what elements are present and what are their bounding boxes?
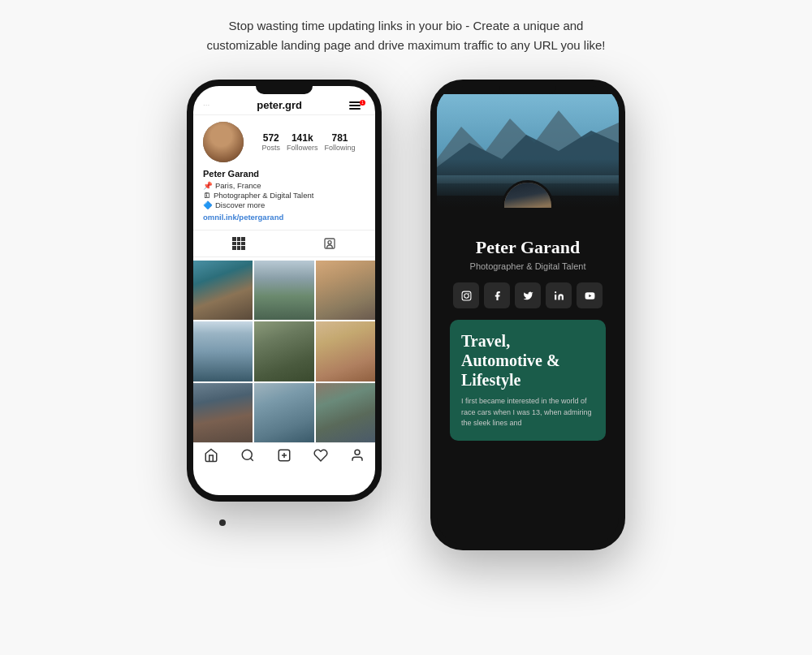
ig-photo-1	[193, 261, 253, 320]
social-youtube[interactable]	[577, 282, 603, 308]
ig-bio-discover: 🔷Discover more	[203, 200, 365, 209]
social-twitter[interactable]	[515, 282, 541, 308]
ig-tabs	[193, 230, 375, 257]
ig-photo-5	[254, 321, 313, 381]
ig-bio-link[interactable]: omnil.ink/petergarand	[203, 213, 365, 222]
landing-phone: Peter Garand Photographer & Digital Tale…	[430, 80, 625, 550]
rp-card: Travel, Automotive & Lifestyle I first b…	[450, 320, 606, 441]
ig-avatar	[203, 122, 244, 162]
rp-subtitle: Photographer & Digital Talent	[450, 261, 606, 271]
rp-avatar-wrap	[502, 180, 554, 208]
ig-nav-home[interactable]	[193, 448, 230, 463]
ig-stats: 572 Posts 141k Followers 781 Following	[252, 132, 365, 152]
svg-point-7	[355, 450, 360, 455]
social-linkedin[interactable]	[546, 282, 572, 308]
ig-nav-likes[interactable]	[302, 448, 339, 463]
rp-socials	[450, 282, 606, 308]
left-phone-notch	[256, 86, 313, 94]
ig-bio-location: 📌Paris, France	[203, 181, 365, 190]
svg-point-2	[242, 450, 252, 459]
svg-point-15	[464, 293, 468, 297]
ig-profile-row: 572 Posts 141k Followers 781 Following	[193, 115, 375, 169]
ig-photo-7	[193, 383, 253, 442]
deco-circle-bottomleft	[219, 519, 226, 526]
ig-stat-following: 781 Following	[325, 132, 356, 152]
ig-photo-9	[316, 383, 375, 442]
ig-photo-grid	[193, 261, 375, 442]
instagram-phone: ··· peter.grd 1 572 Posts	[187, 80, 382, 502]
ig-stat-posts: 572 Posts	[261, 132, 280, 152]
ig-photo-2	[254, 261, 313, 320]
ig-photo-3	[316, 261, 375, 320]
svg-rect-17	[555, 294, 556, 299]
ig-header: ··· peter.grd 1	[193, 94, 375, 115]
header-description: Stop wasting time updating links in your…	[206, 16, 605, 55]
svg-point-1	[328, 241, 331, 244]
rp-avatar	[502, 180, 554, 208]
social-instagram[interactable]	[453, 282, 479, 308]
ig-bio: Peter Garand 📌Paris, France 🗓Photographe…	[193, 169, 375, 226]
ig-nav-search[interactable]	[230, 448, 266, 463]
ig-nav-profile[interactable]	[339, 448, 375, 463]
ig-nav-add[interactable]	[266, 448, 303, 463]
ig-bottom-nav	[193, 442, 375, 466]
ig-photo-4	[193, 321, 253, 381]
ig-tab-tagged[interactable]	[284, 231, 375, 256]
ig-username: peter.grd	[257, 99, 302, 111]
rp-name: Peter Garand	[450, 237, 606, 258]
ig-tab-grid[interactable]	[193, 231, 284, 256]
ig-stat-followers: 141k Followers	[287, 132, 318, 152]
svg-point-18	[555, 291, 556, 293]
ig-notification-icon: 1	[349, 100, 365, 111]
social-facebook[interactable]	[484, 282, 510, 308]
rp-content: Peter Garand Photographer & Digital Tale…	[437, 208, 619, 450]
right-phone-notch	[499, 86, 556, 94]
phones-container: ✦ ✧ ✧ ✧ ✦ ✧ ✧ ··· peter.grd	[154, 80, 658, 550]
svg-rect-14	[462, 291, 471, 300]
rp-card-title: Travel, Automotive & Lifestyle	[461, 331, 594, 390]
notification-dot: 1	[360, 100, 365, 106]
svg-point-16	[468, 292, 469, 293]
rp-hero	[437, 94, 619, 208]
ig-photo-8	[254, 383, 313, 442]
ig-bio-profession: 🗓Photographer & Digital Talent	[203, 191, 365, 200]
rp-card-text: I first became interested in the world o…	[461, 396, 594, 429]
svg-line-3	[251, 459, 253, 461]
ig-photo-6	[316, 321, 375, 381]
